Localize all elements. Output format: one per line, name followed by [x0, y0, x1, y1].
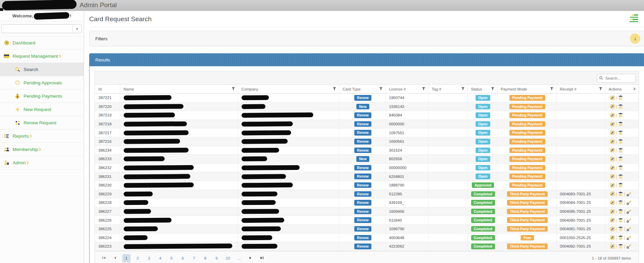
column-header-id[interactable]: Id: [95, 85, 120, 94]
edit-icon[interactable]: [610, 104, 615, 109]
edit-icon[interactable]: [610, 96, 615, 100]
delete-icon[interactable]: [618, 95, 623, 100]
sidebar-item-search[interactable]: Search: [0, 63, 84, 76]
delete-icon[interactable]: [618, 200, 623, 205]
pager-page-9[interactable]: 9: [213, 254, 221, 262]
menu-list-icon[interactable]: [629, 14, 638, 23]
cell-name-redacted: [120, 128, 238, 137]
edit-icon[interactable]: [610, 227, 615, 231]
filter-funnel-icon[interactable]: [461, 87, 465, 91]
key-icon[interactable]: [627, 244, 631, 249]
delete-icon[interactable]: [618, 122, 623, 126]
column-menu-icon[interactable]: [633, 87, 636, 91]
sidebar-combobox-input[interactable]: [2, 25, 72, 33]
edit-icon[interactable]: [610, 209, 615, 214]
edit-icon[interactable]: [610, 200, 615, 205]
edit-icon[interactable]: [610, 183, 615, 188]
filter-funnel-icon[interactable]: [333, 87, 336, 91]
redacted-name: [123, 165, 193, 170]
pager-prev-button[interactable]: [111, 254, 119, 262]
sidebar-item-membership[interactable]: Membership: [0, 143, 84, 156]
delete-icon[interactable]: [618, 148, 623, 153]
filter-funnel-icon[interactable]: [599, 87, 602, 91]
delete-icon[interactable]: [618, 235, 623, 240]
key-icon[interactable]: [627, 235, 631, 240]
filter-funnel-icon[interactable]: [232, 87, 235, 91]
edit-icon[interactable]: [610, 139, 615, 144]
filter-funnel-icon[interactable]: [550, 87, 553, 91]
column-header-name[interactable]: Name: [120, 85, 238, 94]
key-icon[interactable]: [627, 192, 631, 196]
pager-next-button[interactable]: [246, 254, 255, 262]
cell-company-redacted: [238, 146, 339, 155]
column-header-company[interactable]: Company: [238, 85, 339, 94]
sidebar-item-admin[interactable]: Admin: [0, 156, 84, 169]
pager-page-8[interactable]: 8: [201, 254, 209, 262]
sidebar-item-new-request[interactable]: New Request: [0, 103, 84, 116]
pager-page-7[interactable]: 7: [190, 254, 198, 262]
column-header-status[interactable]: Status: [467, 85, 497, 94]
cell-status: Open: [467, 111, 497, 120]
pager-page-5[interactable]: 5: [167, 254, 176, 262]
pager-page-2[interactable]: 2: [134, 254, 142, 262]
edit-icon[interactable]: [610, 148, 615, 152]
sidebar-item-request-management[interactable]: Request Management: [0, 50, 84, 63]
cell-license: 1690561: [385, 137, 428, 146]
sidebar-item-pending-payments[interactable]: $ Pending Payments: [0, 89, 84, 103]
pager-ellipsis: ...: [235, 254, 243, 262]
edit-icon[interactable]: [610, 192, 615, 196]
key-icon[interactable]: [627, 209, 631, 214]
edit-icon[interactable]: [610, 113, 615, 117]
pager-page-4[interactable]: 4: [156, 254, 164, 262]
filter-funnel-icon[interactable]: [491, 87, 494, 91]
delete-icon[interactable]: [618, 209, 623, 214]
pager-page-1[interactable]: 1: [122, 254, 131, 262]
edit-icon[interactable]: [610, 244, 615, 249]
key-icon[interactable]: [627, 200, 631, 205]
delete-icon[interactable]: [618, 174, 623, 179]
pager-page-10[interactable]: 10: [224, 254, 232, 262]
cell-name-redacted: [120, 155, 238, 164]
delete-icon[interactable]: [618, 218, 623, 223]
sidebar-item-dashboard[interactable]: Dashboard: [0, 36, 84, 50]
edit-icon[interactable]: [610, 218, 615, 222]
key-icon[interactable]: [627, 226, 631, 231]
delete-icon[interactable]: [618, 130, 623, 135]
delete-icon[interactable]: [618, 104, 623, 109]
edit-icon[interactable]: [610, 166, 615, 170]
column-header-license-[interactable]: License #: [385, 85, 428, 94]
edit-icon[interactable]: [610, 157, 615, 161]
edit-icon[interactable]: [610, 122, 615, 126]
column-header-card-type[interactable]: Card Type: [339, 85, 385, 94]
filter-funnel-icon[interactable]: [422, 87, 425, 91]
column-header-tag-[interactable]: Tag #: [428, 85, 467, 94]
combobox-caret-icon[interactable]: ▾: [72, 25, 81, 33]
pager-page-3[interactable]: 3: [145, 254, 153, 262]
grid-search-box[interactable]: [597, 74, 636, 83]
filter-funnel-icon[interactable]: [379, 87, 383, 91]
delete-icon[interactable]: [618, 183, 623, 188]
sidebar-item-reports[interactable]: Reports: [0, 129, 84, 143]
delete-icon[interactable]: [618, 244, 623, 249]
pager-page-6[interactable]: 6: [179, 254, 187, 262]
pager-first-button[interactable]: [100, 254, 108, 262]
edit-icon[interactable]: [610, 235, 615, 240]
delete-icon[interactable]: [618, 113, 623, 117]
delete-icon[interactable]: [618, 139, 623, 144]
key-icon[interactable]: [627, 218, 631, 223]
column-header-actions[interactable]: Actions: [605, 85, 639, 94]
pager-last-button[interactable]: [258, 254, 266, 262]
filters-expand-button[interactable]: ↓: [630, 33, 640, 44]
delete-icon[interactable]: [618, 226, 623, 231]
edit-icon[interactable]: [610, 130, 615, 135]
column-header-receipt-[interactable]: Receipt #: [556, 85, 605, 94]
sidebar-item-pending-approvals[interactable]: Pending Approvals: [0, 76, 84, 89]
sidebar-combobox[interactable]: ▾: [1, 24, 82, 33]
edit-icon[interactable]: [610, 174, 615, 179]
delete-icon[interactable]: [618, 192, 623, 196]
grid-search-input[interactable]: [605, 76, 630, 81]
column-header-payment-mode[interactable]: Payment Mode: [497, 85, 556, 94]
sidebar-item-renew-request[interactable]: Renew Request: [0, 116, 84, 129]
delete-icon[interactable]: [618, 156, 623, 161]
delete-icon[interactable]: [618, 165, 623, 170]
